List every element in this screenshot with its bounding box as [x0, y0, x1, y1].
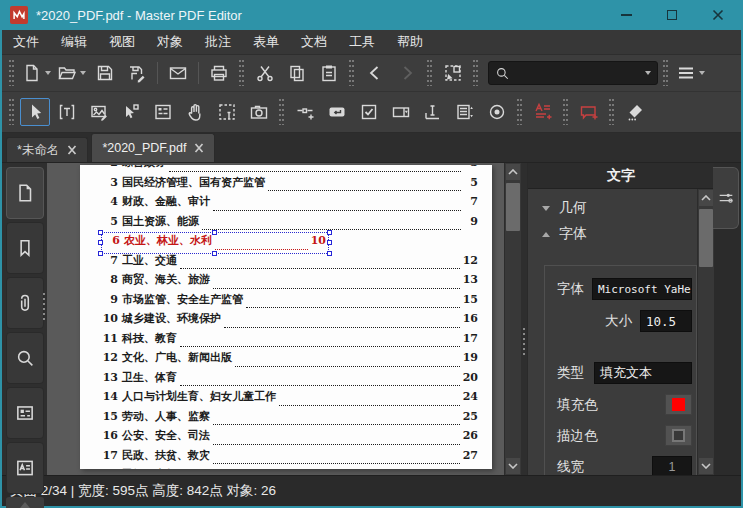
- toolbar-grip[interactable]: [8, 60, 16, 86]
- toc-row[interactable]: 13卫生、体育20: [102, 370, 478, 390]
- toolbar-grip[interactable]: [8, 99, 16, 125]
- toolbar-grip[interactable]: [662, 60, 670, 86]
- font-family-input[interactable]: Microsoft YaHei: [592, 278, 692, 300]
- selection-handle[interactable]: [327, 230, 332, 235]
- bookmarks-panel-button[interactable]: [6, 222, 44, 274]
- menu-item-1[interactable]: 编辑: [50, 30, 98, 54]
- toc-row[interactable]: 15劳动、人事、监察25: [102, 409, 478, 429]
- toc-row[interactable]: 5国土资源、能源9: [102, 214, 478, 234]
- pdf-page[interactable]: 2综合政务33国民经济管理、国有资产监管54财政、金融、审计75国土资源、能源9…: [80, 165, 492, 469]
- tab-untitled[interactable]: *未命名: [6, 137, 88, 162]
- toolbar-grip[interactable]: [426, 60, 434, 86]
- menu-item-2[interactable]: 视图: [98, 30, 146, 54]
- page-view[interactable]: 2综合政务33国民经济管理、国有资产监管54财政、金融、审计75国土资源、能源9…: [47, 163, 521, 475]
- new-document-button[interactable]: [20, 59, 53, 87]
- add-comment-button[interactable]: [574, 98, 604, 126]
- geometry-section-header[interactable]: 几何: [528, 195, 714, 221]
- selection-handle[interactable]: [212, 251, 217, 256]
- listbox-field-button[interactable]: [450, 98, 480, 126]
- eraser-tool-button[interactable]: [620, 98, 650, 126]
- pushbutton-field-button[interactable]: [322, 98, 352, 126]
- select-region-tool-button[interactable]: [212, 98, 242, 126]
- selection-handle[interactable]: [327, 251, 332, 256]
- toc-row[interactable]: 11科技、教育17: [102, 331, 478, 351]
- back-button[interactable]: [360, 59, 390, 87]
- selection-handle[interactable]: [98, 230, 103, 235]
- fit-page-button[interactable]: [438, 59, 468, 87]
- cut-button[interactable]: [250, 59, 280, 87]
- annotations-panel-button[interactable]: [6, 442, 44, 494]
- toc-row[interactable]: 7工业、交通12: [102, 253, 478, 273]
- form-fields-panel-button[interactable]: [6, 387, 44, 439]
- minimize-button[interactable]: [603, 0, 649, 30]
- fill-color-button[interactable]: [665, 394, 692, 415]
- edit-image-tool-button[interactable]: [84, 98, 114, 126]
- print-button[interactable]: [204, 59, 234, 87]
- edit-path-tool-button[interactable]: [116, 98, 146, 126]
- toc-row[interactable]: 16公安、安全、司法26: [102, 428, 478, 448]
- link-tool-button[interactable]: [290, 98, 320, 126]
- save-button[interactable]: [90, 59, 120, 87]
- toc-row[interactable]: 8商贸、海关、旅游13: [102, 272, 478, 292]
- sidebar-scroll-up-button[interactable]: [6, 497, 44, 508]
- toc-row[interactable]: 3国民经济管理、国有资产监管5: [102, 175, 478, 195]
- toolbar-grip[interactable]: [278, 99, 286, 125]
- textfield-field-button[interactable]: [418, 98, 448, 126]
- menu-item-5[interactable]: 表单: [242, 30, 290, 54]
- radio-field-button[interactable]: [482, 98, 512, 126]
- snapshot-tool-button[interactable]: [244, 98, 274, 126]
- scroll-down-button[interactable]: [506, 458, 520, 474]
- toolbar-grip[interactable]: [348, 60, 356, 86]
- close-button[interactable]: [695, 0, 741, 30]
- close-icon[interactable]: [194, 143, 204, 153]
- panel-scrollbar[interactable]: [697, 189, 714, 475]
- toolbar-grip[interactable]: [562, 99, 570, 125]
- email-button[interactable]: [163, 59, 193, 87]
- save-as-button[interactable]: [122, 59, 152, 87]
- toolbar-grip[interactable]: [608, 99, 616, 125]
- forward-button[interactable]: [392, 59, 422, 87]
- sidebar-resize-grip[interactable]: [42, 293, 46, 321]
- toc-row[interactable]: 18民族、宗教28: [102, 467, 478, 469]
- copy-button[interactable]: [282, 59, 312, 87]
- combobox-field-button[interactable]: [386, 98, 416, 126]
- font-size-input[interactable]: 10.5: [640, 310, 692, 332]
- line-width-input[interactable]: 1: [652, 456, 692, 475]
- selection-handle[interactable]: [98, 251, 103, 256]
- close-icon[interactable]: [67, 145, 77, 155]
- type-select[interactable]: 填充文本: [594, 362, 692, 384]
- selection-handle[interactable]: [327, 240, 332, 245]
- paste-button[interactable]: [314, 59, 344, 87]
- add-text-annotation-button[interactable]: [528, 98, 558, 126]
- toc-row-selected[interactable]: 6农业、林业、水利10: [102, 233, 328, 253]
- toc-row[interactable]: 4财政、金融、审计7: [102, 194, 478, 214]
- scrollbar-thumb[interactable]: [506, 183, 520, 231]
- checkbox-field-button[interactable]: [354, 98, 384, 126]
- main-menu-button[interactable]: [674, 59, 707, 87]
- chevron-down-icon[interactable]: [645, 71, 651, 75]
- toolbar-grip[interactable]: [472, 60, 480, 86]
- toolbar-grip[interactable]: [238, 60, 246, 86]
- toc-row[interactable]: 17民政、扶贫、救灾27: [102, 448, 478, 468]
- toc-row[interactable]: 12文化、广电、新闻出版19: [102, 350, 478, 370]
- hand-tool-button[interactable]: [180, 98, 210, 126]
- toc-row[interactable]: 10城乡建设、环境保护16: [102, 311, 478, 331]
- page-scrollbar[interactable]: [504, 163, 521, 475]
- maximize-button[interactable]: [649, 0, 695, 30]
- toc-row[interactable]: 9市场监管、安全生产监管15: [102, 292, 478, 312]
- stroke-color-button[interactable]: [665, 425, 692, 446]
- menu-item-8[interactable]: 帮助: [386, 30, 434, 54]
- search-input[interactable]: [488, 61, 658, 85]
- select-tool-button[interactable]: [20, 98, 50, 126]
- scroll-up-button[interactable]: [699, 190, 713, 206]
- scroll-up-button[interactable]: [506, 164, 520, 180]
- menu-item-4[interactable]: 批注: [194, 30, 242, 54]
- toolbar-grip[interactable]: [516, 99, 524, 125]
- attachments-panel-button[interactable]: [6, 277, 44, 329]
- toc-row[interactable]: 2综合政务3: [102, 165, 478, 175]
- scrollbar-thumb[interactable]: [699, 209, 713, 267]
- edit-text-tool-button[interactable]: [52, 98, 82, 126]
- search-panel-button[interactable]: [6, 332, 44, 384]
- selection-handle[interactable]: [212, 230, 217, 235]
- open-file-button[interactable]: [55, 59, 88, 87]
